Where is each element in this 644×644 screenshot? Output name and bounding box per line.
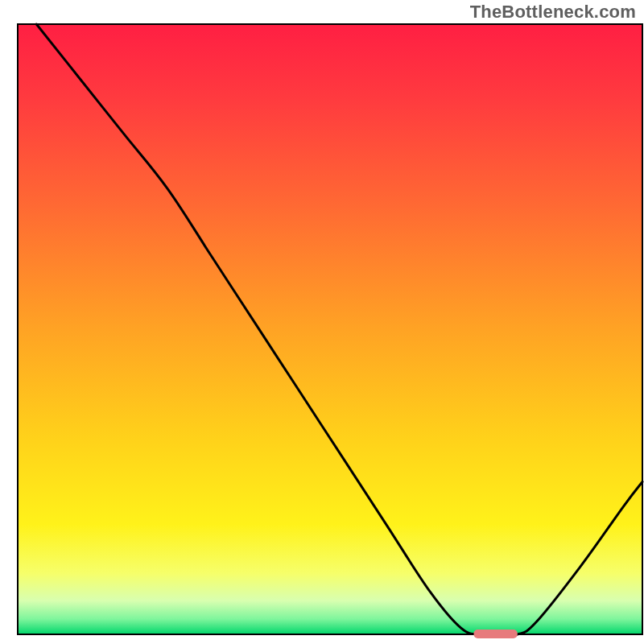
plot-background xyxy=(18,24,642,634)
bottleneck-chart xyxy=(0,0,644,644)
optimal-marker xyxy=(473,630,517,638)
chart-stage: TheBottleneck.com xyxy=(0,0,644,644)
